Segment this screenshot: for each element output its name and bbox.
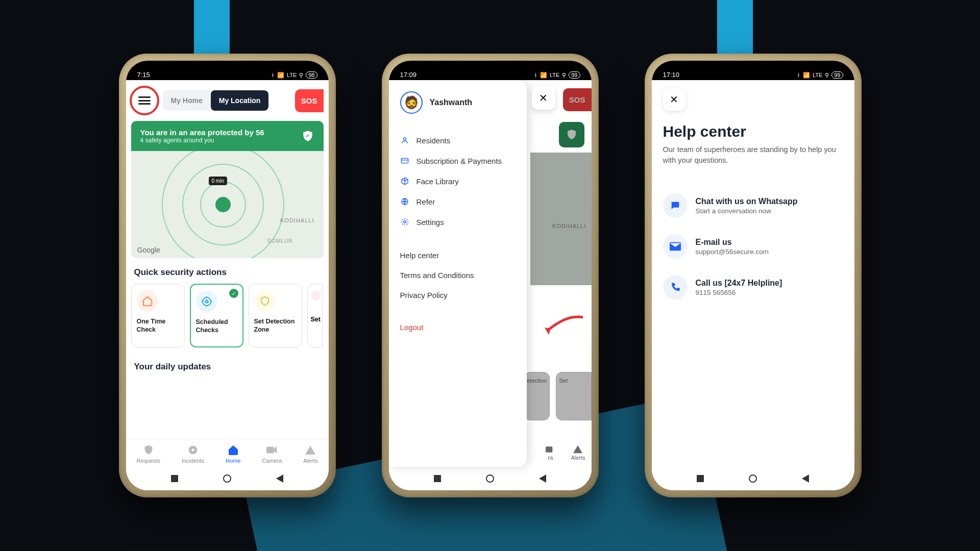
drawer-item-terms[interactable]: Terms and Conditions [389,265,527,285]
zone-icon [254,290,276,312]
actions-row[interactable]: One Time Check ✓ Scheduled Checks Set [131,284,324,353]
drawer-item-privacy[interactable]: Privacy Policy [389,285,527,305]
android-nav-bar [652,467,854,490]
app-header: My Home My Location SOS [126,80,329,121]
phone-screen-1: 7:15 ᚼ 📶 LTE ⚲ 98 My Home My Location [126,61,329,490]
home-body: You are in an area protected by 56 4 saf… [126,121,329,439]
nav-home[interactable]: Home [226,443,240,464]
close-button[interactable]: ✕ [663,88,685,111]
help-option-email[interactable]: E-mail us support@56secure.com [663,226,843,267]
bluetooth-icon: ᚼ [271,72,275,78]
drawer-separator [389,232,527,245]
wifi-icon: ⚲ [825,72,829,79]
alert-icon [304,443,317,457]
section-title-actions: Quick security actions [131,258,324,284]
signal-icon: 📶 [803,72,810,79]
help-option-call[interactable]: Call us [24x7 Helpline] 9115 565656 [663,267,843,308]
drawer-label: Help center [400,251,439,260]
close-button[interactable]: ✕ [532,86,555,110]
nav-alerts[interactable]: Alerts [303,443,317,464]
bottom-nav: Requests Incidents Home Camera Alerts [126,439,329,467]
banner-title: You are in an area protected by 56 [140,128,264,137]
drawer-menu: Residents Subscription & Payments Face L… [389,126,527,341]
map-place-label: KODIHALLI [280,217,314,223]
action-scheduled-checks[interactable]: ✓ Scheduled Checks [190,284,243,347]
map-view[interactable]: 0 min KODIHALLI DOMLUR Google [131,151,324,258]
drawer-label: Terms and Conditions [400,271,474,280]
map-attribution: Google [137,246,160,254]
action-label: Scheduled Checks [196,318,237,334]
sos-button: SOS [563,88,592,111]
close-icon: ✕ [670,93,678,106]
location-toggle: My Home My Location [163,90,269,111]
phone-screen-3: 17:10 ᚼ 📶 LTE ⚲ 99 ✕ Help center Our tea… [652,61,854,490]
drawer-label: Refer [416,197,435,206]
back-button-icon[interactable] [802,474,809,483]
help-sub: 9115 565656 [696,289,782,296]
drawer-header[interactable]: 🧔 Yashwanth [389,91,527,126]
globe-icon [400,197,409,206]
drawer-label: Face Library [416,177,459,186]
safety-banner[interactable]: You are in an area protected by 56 4 saf… [131,121,324,151]
nav-camera[interactable]: Camera [262,443,282,464]
map-pin-icon [215,197,231,212]
action-label: One Time Check [137,318,179,334]
drawer-item-subscription[interactable]: Subscription & Payments [389,151,527,171]
help-center-body: ✕ Help center Our team of superheroes ar… [652,80,854,467]
nav-label: Requests [136,458,160,464]
drawer-label: Subscription & Payments [416,157,502,165]
phone-showcase: 7:15 ᚼ 📶 LTE ⚲ 98 My Home My Location [0,0,980,551]
help-option-whatsapp[interactable]: Chat with us on Whatsapp Start a convers… [663,185,843,226]
side-drawer: 🧔 Yashwanth Residents Subscription & Pay… [389,80,527,467]
action-one-time-check[interactable]: One Time Check [131,284,185,347]
action-card-partial[interactable]: Set [307,284,323,347]
annotation-circle [130,86,159,115]
home-button-icon[interactable] [223,474,231,483]
recent-apps-icon[interactable] [434,475,441,482]
map-eta-tag: 0 min [209,177,227,185]
svg-point-0 [203,297,211,306]
back-button-icon[interactable] [276,474,283,483]
nav-incidents[interactable]: Incidents [182,443,204,464]
drawer-item-logout[interactable]: Logout [389,317,527,337]
battery-icon: 99 [831,71,843,79]
sos-button[interactable]: SOS [295,89,324,112]
drawer-item-settings[interactable]: Settings [389,212,527,232]
svg-point-2 [191,449,194,452]
help-title: Call us [24x7 Helpline] [696,279,782,288]
action-detection-zone[interactable]: Set Detection Zone [249,284,302,347]
help-title: E-mail us [696,238,769,247]
user-name: Yashwanth [430,98,473,107]
action-label: Set Detection Zone [254,318,297,334]
card-icon [400,156,409,165]
toggle-my-home[interactable]: My Home [163,90,211,111]
back-button-icon[interactable] [539,474,546,483]
banner-sub: 4 safety agents around you [140,137,264,144]
help-sub: support@56secure.com [696,248,769,256]
drawer-label: Residents [416,136,451,145]
nav-requests[interactable]: Requests [136,443,160,464]
drawer-item-residents[interactable]: Residents [389,130,527,151]
nav-label: Alerts [303,458,317,464]
status-time: 17:10 [663,71,680,79]
map-place-label: KODIHALLI [552,223,586,229]
drawer-item-face-library[interactable]: Face Library [389,171,527,191]
drawer-item-help-center[interactable]: Help center [389,245,527,265]
phone-screen-2: 17:09 ᚼ 📶 LTE ⚲ 99 SOS KODIHALLI etectio… [389,61,592,490]
recent-apps-icon[interactable] [171,475,178,482]
user-icon [400,136,409,145]
android-nav-bar [389,467,592,490]
cube-icon [400,177,409,186]
phone-frame-3: 17:10 ᚼ 📶 LTE ⚲ 99 ✕ Help center Our tea… [645,54,862,497]
drawer-item-refer[interactable]: Refer [389,191,527,212]
page-title: Help center [663,123,843,140]
bg-nav-partial: ra [546,445,556,461]
home-button-icon[interactable] [749,474,757,483]
toggle-my-location[interactable]: My Location [211,90,269,111]
action-icon-partial [311,290,321,300]
recent-apps-icon[interactable] [697,475,704,482]
chat-icon [663,193,688,218]
notch [712,61,794,75]
home-button-icon[interactable] [486,474,494,483]
avatar-icon: 🧔 [400,91,423,114]
